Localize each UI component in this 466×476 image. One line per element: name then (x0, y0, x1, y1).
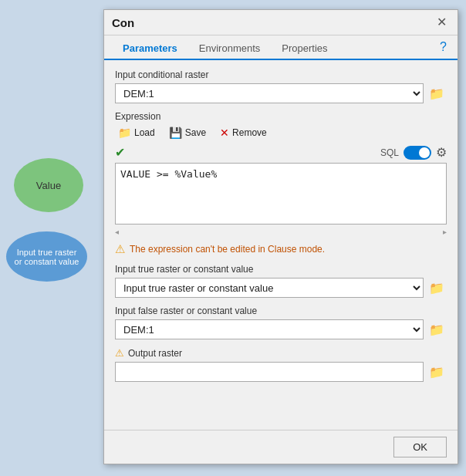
input-conditional-row: DEM:1 📁 (115, 83, 447, 103)
save-label: Save (185, 127, 206, 138)
load-button[interactable]: 📁 Load (115, 125, 158, 140)
input-conditional-folder-btn[interactable]: 📁 (427, 83, 447, 103)
remove-x-icon: ✕ (220, 127, 229, 139)
dialog-body: Input conditional raster DEM:1 📁 Express… (104, 60, 458, 430)
scroll-right: ▸ (443, 228, 447, 236)
input-false-folder-btn[interactable]: 📁 (427, 319, 447, 339)
sql-label: SQL (380, 147, 399, 158)
remove-button[interactable]: ✕ Remove (217, 125, 270, 140)
scroll-hint: ◂ ▸ (115, 228, 447, 236)
warning-icon: ⚠ (115, 242, 125, 256)
tab-parameters[interactable]: Parameters (112, 36, 188, 60)
input-true-label: Input true raster or constant value (115, 264, 447, 275)
expression-textarea[interactable]: VALUE >= %Value% (115, 163, 447, 224)
save-disk-icon: 💾 (169, 127, 182, 139)
input-true-bubble: Input true raster or constant value (6, 231, 87, 282)
dialog-footer: OK (104, 430, 458, 464)
tab-properties[interactable]: Properties (271, 36, 338, 60)
con-dialog: Con ✕ Parameters Environments Properties… (103, 9, 458, 464)
expression-label: Expression (115, 111, 447, 122)
input-false-label: Input false raster or constant value (115, 306, 447, 316)
input-true-row: Input true raster or constant value 📁 (115, 278, 447, 298)
help-icon[interactable]: ? (437, 35, 450, 59)
folder-icon-3: 📁 (429, 322, 444, 337)
scroll-left: ◂ (115, 228, 119, 236)
save-button[interactable]: 💾 Save (166, 125, 209, 140)
input-false-select[interactable]: DEM:1 (115, 319, 424, 339)
input-true-select[interactable]: Input true raster or constant value (115, 278, 424, 298)
folder-icon-4: 📁 (429, 365, 444, 380)
expression-toolbar: 📁 Load 💾 Save ✕ Remove (115, 125, 447, 140)
checkmark-icon[interactable]: ✔ (115, 145, 125, 160)
dialog-title: Con (112, 16, 134, 29)
warning-text: The expression can't be edited in Clause… (130, 244, 325, 255)
close-button[interactable]: ✕ (434, 15, 450, 30)
sql-toggle[interactable] (404, 146, 431, 160)
output-raster-folder-btn[interactable]: 📁 (427, 362, 447, 382)
gear-button[interactable]: ⚙ (436, 145, 447, 160)
output-raster-label-row: ⚠ Output raster (115, 347, 447, 359)
expression-bottom-row: ✔ SQL ⚙ (115, 145, 447, 160)
output-raster-label: Output raster (128, 348, 182, 359)
value-bubble-label: Value (36, 180, 61, 191)
input-conditional-select[interactable]: DEM:1 (115, 83, 424, 103)
sql-row: SQL ⚙ (380, 145, 447, 160)
ok-button[interactable]: OK (393, 437, 447, 457)
output-warning-icon: ⚠ (115, 347, 124, 359)
load-label: Load (134, 127, 155, 138)
value-bubble: Value (14, 158, 83, 212)
remove-label: Remove (232, 127, 267, 138)
input-false-row: DEM:1 📁 (115, 319, 447, 339)
dialog-titlebar: Con ✕ (104, 10, 458, 35)
input-true-folder-btn[interactable]: 📁 (427, 278, 447, 298)
warning-row: ⚠ The expression can't be edited in Clau… (115, 242, 447, 256)
dialog-tabs: Parameters Environments Properties ? (104, 35, 458, 60)
output-raster-input[interactable]: C:\Scratch\test.tif (115, 362, 424, 382)
tab-environments[interactable]: Environments (188, 36, 271, 60)
input-true-bubble-label: Input true raster or constant value (15, 248, 79, 266)
folder-icon-2: 📁 (429, 281, 444, 295)
input-conditional-label: Input conditional raster (115, 69, 447, 80)
folder-icon: 📁 (429, 86, 444, 101)
load-folder-icon: 📁 (118, 127, 131, 139)
output-raster-row: C:\Scratch\test.tif 📁 (115, 362, 447, 382)
